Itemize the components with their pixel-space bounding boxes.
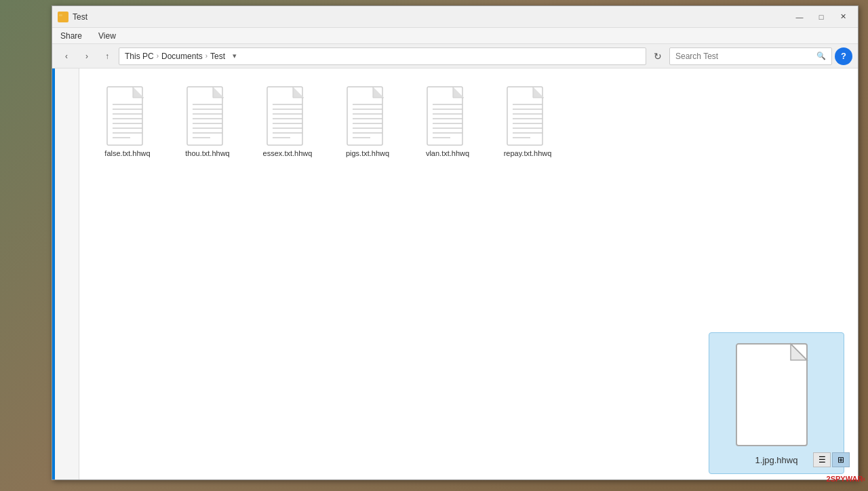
title-bar: Test — □ ✕ — [52, 6, 858, 28]
breadcrumb-thispc[interactable]: This PC — [125, 52, 154, 61]
grid-view-button[interactable]: ⊞ — [832, 452, 850, 467]
file-item[interactable]: false.txt.hhwq — [90, 79, 165, 163]
file-name: vlan.txt.hhwq — [426, 149, 469, 157]
explorer-window: Test — □ ✕ Share View ‹ › ↑ This PC › Do… — [52, 5, 859, 480]
file-name: false.txt.hhwq — [104, 149, 150, 157]
file-name: repay.txt.hhwq — [504, 149, 552, 157]
menu-bar: Share View — [52, 28, 858, 44]
svg-rect-0 — [59, 16, 67, 20]
search-icon: 🔍 — [816, 52, 826, 60]
breadcrumb-test[interactable]: Test — [210, 52, 225, 61]
breadcrumb-sep-1: › — [157, 52, 159, 60]
address-bar: ‹ › ↑ This PC › Documents › Test ▾ ↻ 🔍 ? — [52, 44, 858, 68]
breadcrumb: This PC › Documents › Test ▾ — [119, 47, 646, 65]
svg-rect-1 — [59, 14, 62, 16]
file-item[interactable]: thou.txt.hhwq — [170, 79, 245, 163]
file-name: essex.txt.hhwq — [263, 149, 313, 157]
menu-view[interactable]: View — [94, 30, 120, 42]
breadcrumb-dropdown[interactable]: ▾ — [228, 47, 241, 65]
title-bar-left: Test — [58, 12, 87, 22]
view-buttons-container: ☰ ⊞ — [813, 452, 850, 467]
file-item[interactable]: vlan.txt.hhwq — [410, 79, 485, 163]
refresh-button[interactable]: ↻ — [649, 47, 667, 65]
list-view-button[interactable]: ☰ — [813, 452, 831, 467]
content-area: false.txt.hhwq thou.txt.hhwq — [52, 68, 858, 479]
file-name: pigs.txt.hhwq — [346, 149, 389, 157]
watermark: 2SPYWAR‹ — [827, 475, 865, 483]
file-item[interactable]: pigs.txt.hhwq — [330, 79, 405, 163]
breadcrumb-documents[interactable]: Documents — [161, 52, 203, 61]
search-input[interactable] — [675, 52, 814, 61]
forward-button[interactable]: › — [78, 47, 96, 65]
menu-share[interactable]: Share — [56, 30, 86, 42]
up-button[interactable]: ↑ — [98, 47, 116, 65]
title-bar-controls: — □ ✕ — [790, 10, 852, 24]
file-name: thou.txt.hhwq — [185, 149, 229, 157]
file-grid: false.txt.hhwq thou.txt.hhwq — [79, 68, 858, 479]
window-title: Test — [73, 12, 87, 22]
folder-icon — [58, 12, 68, 22]
breadcrumb-sep-2: › — [205, 52, 208, 60]
nav-panel — [52, 68, 79, 479]
maximize-button[interactable]: □ — [812, 10, 831, 24]
file-item[interactable]: repay.txt.hhwq — [490, 79, 565, 163]
help-button[interactable]: ? — [835, 47, 852, 65]
close-button[interactable]: ✕ — [833, 10, 852, 24]
search-box: 🔍 — [669, 47, 832, 65]
minimize-button[interactable]: — — [790, 10, 809, 24]
back-button[interactable]: ‹ — [58, 47, 75, 65]
file-item[interactable]: essex.txt.hhwq — [250, 79, 325, 163]
selected-file-name: 1.jpg.hhwq — [755, 455, 798, 465]
